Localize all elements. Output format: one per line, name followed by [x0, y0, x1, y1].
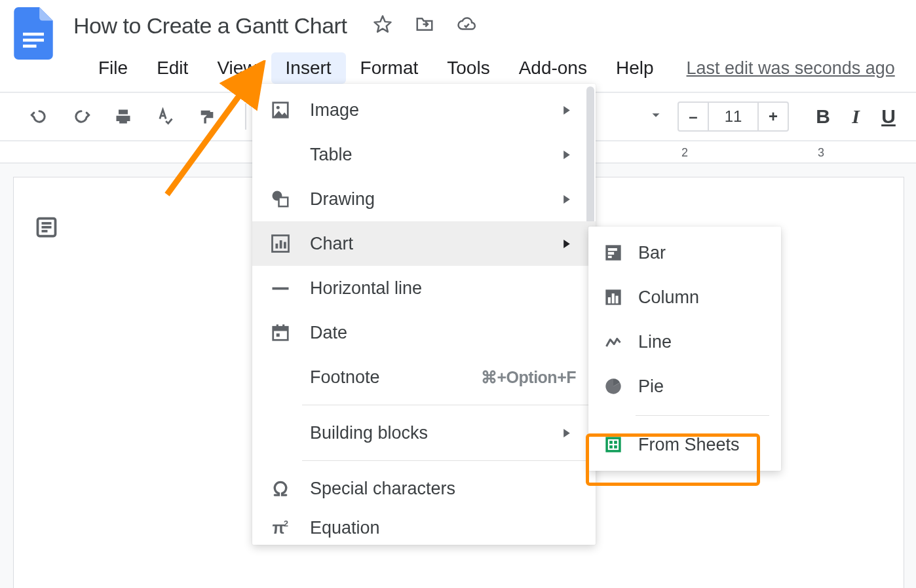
menu-tools[interactable]: Tools	[432, 52, 504, 84]
menu-item-label: Equation	[310, 518, 380, 538]
svg-rect-0	[23, 33, 44, 36]
insert-chart[interactable]: Chart	[252, 221, 596, 266]
insert-drawing[interactable]: Drawing	[252, 177, 596, 221]
insert-building-blocks[interactable]: Building blocks	[252, 411, 596, 455]
svg-rect-30	[616, 296, 619, 304]
undo-button[interactable]	[26, 103, 52, 130]
svg-rect-29	[612, 293, 615, 303]
menu-view[interactable]: View	[202, 52, 271, 84]
chart-pie[interactable]: Pie	[588, 364, 781, 409]
menu-help[interactable]: Help	[601, 52, 668, 84]
submenu-item-label: Line	[638, 332, 672, 352]
horizontal-line-icon	[269, 277, 292, 299]
document-title[interactable]: How to Create a Gantt Chart	[73, 13, 347, 39]
blank-icon	[269, 143, 292, 166]
menu-item-label: Image	[310, 100, 359, 120]
underline-button[interactable]: U	[874, 105, 903, 128]
menu-addons[interactable]: Add-ons	[505, 52, 601, 84]
insert-menu-dropdown: Image Table Drawing Chart Horizontal lin…	[252, 84, 596, 545]
svg-rect-26	[608, 256, 612, 259]
paint-format-button[interactable]	[194, 103, 220, 130]
submenu-arrow-icon	[562, 189, 572, 210]
last-edit-link[interactable]: Last edit was seconds ago	[687, 58, 895, 79]
svg-rect-18	[277, 325, 278, 329]
print-button[interactable]	[110, 103, 136, 130]
chart-bar[interactable]: Bar	[588, 230, 781, 275]
ruler-tick: 2	[681, 146, 688, 160]
redo-button[interactable]	[68, 103, 94, 130]
insert-horizontal-line[interactable]: Horizontal line	[252, 266, 596, 310]
document-outline-icon[interactable]	[33, 213, 60, 241]
italic-button[interactable]: I	[841, 105, 870, 128]
menu-edit[interactable]: Edit	[142, 52, 202, 84]
font-size-value[interactable]: 11	[709, 103, 757, 130]
menu-item-label: Chart	[310, 234, 353, 254]
omega-icon	[269, 477, 292, 500]
submenu-item-label: From Sheets	[638, 435, 740, 455]
image-icon	[269, 99, 292, 121]
spellcheck-button[interactable]	[152, 103, 178, 130]
ruler-tick: 3	[818, 146, 824, 160]
chart-icon	[269, 232, 292, 255]
insert-date[interactable]: Date	[252, 310, 596, 355]
svg-rect-25	[608, 252, 614, 255]
svg-rect-24	[608, 248, 617, 251]
zoom-dropdown[interactable]	[649, 108, 663, 125]
svg-rect-28	[608, 297, 611, 303]
keyboard-shortcut: ⌘+Option+F	[481, 368, 576, 387]
menu-item-label: Drawing	[310, 189, 375, 210]
font-size-control: – 11 +	[677, 101, 789, 132]
menu-item-label: Building blocks	[310, 423, 428, 443]
svg-rect-15	[273, 287, 289, 290]
menu-item-label: Footnote	[310, 367, 380, 388]
insert-image[interactable]: Image	[252, 88, 596, 132]
blank-icon	[269, 366, 292, 388]
svg-point-8	[277, 106, 280, 109]
font-size-increase[interactable]: +	[757, 103, 788, 130]
menu-item-label: Special characters	[310, 479, 455, 499]
column-chart-icon	[603, 287, 624, 308]
star-icon[interactable]	[373, 14, 392, 37]
drawing-icon	[269, 188, 292, 210]
svg-rect-10	[279, 198, 288, 207]
menu-item-label: Date	[310, 323, 347, 343]
submenu-item-label: Pie	[638, 377, 664, 397]
menu-bar: File Edit View Insert Format Tools Add-o…	[0, 52, 916, 84]
chart-line[interactable]: Line	[588, 320, 781, 364]
move-to-folder-icon[interactable]	[415, 14, 434, 37]
insert-table[interactable]: Table	[252, 132, 596, 177]
svg-rect-13	[280, 240, 282, 249]
menu-item-label: Table	[310, 145, 353, 165]
chart-column[interactable]: Column	[588, 275, 781, 320]
submenu-item-label: Column	[638, 287, 699, 308]
menu-format[interactable]: Format	[346, 52, 433, 84]
bold-button[interactable]: B	[809, 105, 837, 128]
submenu-item-label: Bar	[638, 243, 666, 263]
submenu-divider	[636, 415, 769, 416]
chart-from-sheets[interactable]: From Sheets	[588, 422, 781, 467]
svg-rect-14	[284, 242, 286, 249]
submenu-arrow-icon	[562, 423, 572, 443]
chart-submenu: Bar Column Line Pie From Sheets	[588, 227, 781, 471]
svg-rect-12	[276, 244, 278, 249]
insert-footnote[interactable]: Footnote ⌘+Option+F	[252, 355, 596, 399]
svg-rect-2	[23, 45, 37, 48]
menu-item-label: Horizontal line	[310, 278, 422, 299]
toolbar-separator	[245, 103, 246, 130]
menu-insert[interactable]: Insert	[271, 52, 346, 84]
svg-rect-1	[23, 39, 44, 42]
svg-text:π: π	[273, 519, 285, 537]
svg-rect-20	[277, 333, 280, 337]
svg-rect-17	[273, 327, 288, 331]
google-docs-logo-icon[interactable]	[13, 7, 54, 60]
insert-special-characters[interactable]: Special characters	[252, 466, 596, 511]
submenu-arrow-icon	[562, 234, 572, 254]
bar-chart-icon	[603, 242, 624, 263]
pie-chart-icon	[603, 376, 624, 397]
cloud-status-icon[interactable]	[457, 14, 476, 37]
font-size-decrease[interactable]: –	[679, 103, 709, 130]
menu-file[interactable]: File	[84, 52, 142, 84]
menu-divider	[302, 405, 596, 405]
insert-equation[interactable]: π2 Equation	[252, 511, 596, 545]
calendar-icon	[269, 322, 292, 344]
